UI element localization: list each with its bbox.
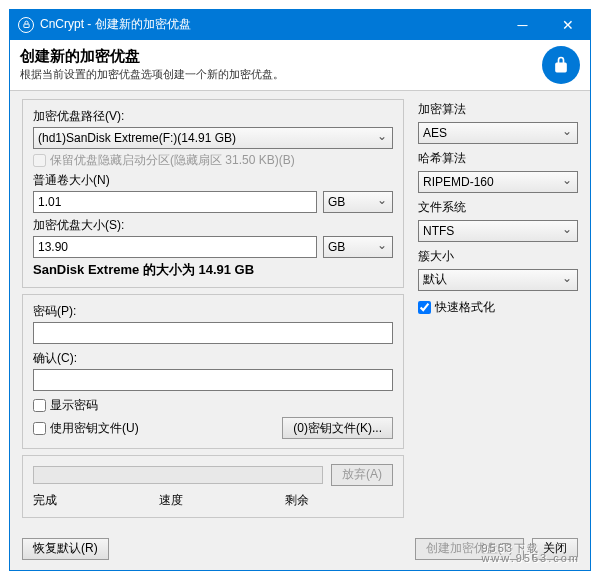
fs-select[interactable] [418, 220, 578, 242]
enc-size-label: 加密优盘大小(S): [33, 217, 393, 234]
remain-value [333, 492, 393, 509]
header-heading: 创建新的加密优盘 [20, 47, 542, 66]
show-password-row[interactable]: 显示密码 [33, 397, 393, 414]
restore-defaults-button[interactable]: 恢复默认(R) [22, 538, 109, 560]
speed-label: 速度 [159, 492, 189, 509]
svg-rect-0 [23, 24, 28, 27]
progress-bar [33, 466, 323, 484]
close-footer-button[interactable]: 关闭 [532, 538, 578, 560]
done-value [81, 492, 141, 509]
quick-format-label: 快速格式化 [435, 299, 495, 316]
enc-size-unit[interactable] [323, 236, 393, 258]
normal-size-label: 普通卷大小(N) [33, 172, 393, 189]
size-note: SanDisk Extreme 的大小为 14.91 GB [33, 261, 393, 279]
app-window: CnCrypt - 创建新的加密优盘 ─ ✕ 创建新的加密优盘 根据当前设置的加… [9, 9, 591, 571]
password-label: 密码(P): [33, 303, 393, 320]
cluster-select[interactable] [418, 269, 578, 291]
confirm-label: 确认(C): [33, 350, 393, 367]
algo-select[interactable] [418, 122, 578, 144]
footer: 恢复默认(R) 创建加密优盘(T) 关闭 [10, 530, 590, 570]
show-password-label: 显示密码 [50, 397, 98, 414]
reserve-checkbox-row: 保留优盘隐藏启动分区(隐藏扇区 31.50 KB)(B) [33, 152, 393, 169]
keyfile-button[interactable]: (0)密钥文件(K)... [282, 417, 393, 439]
window-title: CnCrypt - 创建新的加密优盘 [40, 16, 191, 33]
remain-label: 剩余 [285, 492, 315, 509]
normal-size-unit[interactable] [323, 191, 393, 213]
hash-select[interactable] [418, 171, 578, 193]
quick-format-row[interactable]: 快速格式化 [418, 299, 578, 316]
password-group: 密码(P): 确认(C): 显示密码 使用密钥文件(U) (0)密钥文件(K).… [22, 294, 404, 449]
progress-group: 放弃(A) 完成 速度 剩余 [22, 455, 404, 518]
minimize-button[interactable]: ─ [500, 10, 545, 40]
normal-size-input[interactable] [33, 191, 317, 213]
reserve-checkbox [33, 154, 46, 167]
speed-value [207, 492, 267, 509]
hash-label: 哈希算法 [418, 150, 578, 167]
close-button[interactable]: ✕ [545, 10, 590, 40]
create-button[interactable]: 创建加密优盘(T) [415, 538, 524, 560]
path-select[interactable] [33, 127, 393, 149]
confirm-input[interactable] [33, 369, 393, 391]
header: 创建新的加密优盘 根据当前设置的加密优盘选项创建一个新的加密优盘。 [10, 40, 590, 91]
titlebar: CnCrypt - 创建新的加密优盘 ─ ✕ [10, 10, 590, 40]
use-keyfile-checkbox[interactable] [33, 422, 46, 435]
lock-badge-icon [542, 46, 580, 84]
abandon-button[interactable]: 放弃(A) [331, 464, 393, 486]
use-keyfile-label: 使用密钥文件(U) [50, 420, 139, 437]
use-keyfile-row[interactable]: 使用密钥文件(U) [33, 420, 276, 437]
quick-format-checkbox[interactable] [418, 301, 431, 314]
cluster-label: 簇大小 [418, 248, 578, 265]
done-label: 完成 [33, 492, 63, 509]
password-input[interactable] [33, 322, 393, 344]
fs-label: 文件系统 [418, 199, 578, 216]
show-password-checkbox[interactable] [33, 399, 46, 412]
algo-label: 加密算法 [418, 101, 578, 118]
header-sub: 根据当前设置的加密优盘选项创建一个新的加密优盘。 [20, 67, 542, 82]
reserve-label: 保留优盘隐藏启动分区(隐藏扇区 31.50 KB)(B) [50, 152, 295, 169]
path-label: 加密优盘路径(V): [33, 108, 393, 125]
enc-size-input[interactable] [33, 236, 317, 258]
lock-icon [18, 17, 34, 33]
disk-path-group: 加密优盘路径(V): 保留优盘隐藏启动分区(隐藏扇区 31.50 KB)(B) … [22, 99, 404, 288]
